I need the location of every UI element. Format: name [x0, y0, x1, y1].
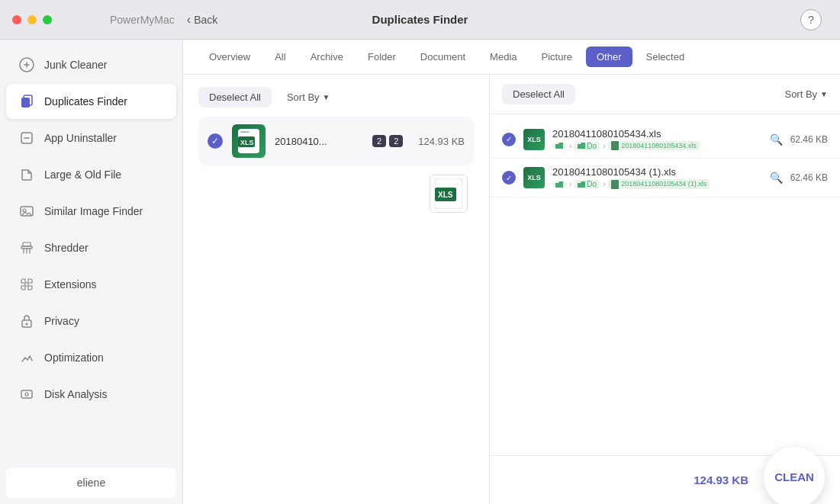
svg-rect-19 [611, 141, 619, 150]
right-sort-by-label: Sort By [784, 88, 817, 100]
tab-archive[interactable]: Archive [300, 47, 354, 67]
sidebar-item-shredder[interactable]: Shredder [6, 230, 176, 265]
path-subfolder-icon-2: Do [574, 180, 600, 188]
shredder-icon [18, 239, 35, 256]
badge-1: 2 [372, 135, 386, 147]
sidebar-item-disk-analysis[interactable]: Disk Analysis [6, 377, 176, 412]
svg-rect-10 [21, 390, 32, 398]
sidebar: Junk Cleaner Duplicates Finder [0, 40, 183, 504]
clean-label: CLEAN [774, 470, 814, 483]
app-name: PowerMyMac [110, 14, 175, 26]
tab-picture[interactable]: Picture [531, 47, 583, 67]
right-panel-header: Deselect All Sort By ▼ [490, 75, 840, 114]
sidebar-item-label: App Uninstaller [44, 132, 117, 144]
optimization-icon [18, 349, 35, 366]
file-item[interactable]: ✓ XLS 20180410... 2 2 124.9 [198, 117, 474, 165]
tab-overview[interactable]: Overview [198, 47, 261, 67]
panels-wrapper: Deselect All Sort By ▼ ✓ XLS [183, 75, 840, 504]
sidebar-item-label: Optimization [44, 352, 104, 364]
sidebar-item-optimization[interactable]: Optimization [6, 340, 176, 375]
svg-rect-15 [240, 131, 249, 133]
file-row[interactable]: ✓ XLS 20180411080105434.xls › [490, 120, 840, 159]
sidebar-item-label: Duplicates Finder [44, 95, 127, 108]
badge-group: 2 2 [372, 135, 403, 147]
file-row-size-2: 62.46 KB [790, 172, 828, 183]
clean-button[interactable]: CLEAN [764, 447, 825, 505]
back-button[interactable]: ‹ Back [187, 13, 217, 27]
tab-document[interactable]: Document [410, 47, 476, 67]
sort-by-button[interactable]: Sort By ▼ [287, 91, 330, 103]
svg-rect-1 [21, 98, 30, 108]
sidebar-item-label: Large & Old File [44, 169, 121, 181]
path-file-ref-1: 20180411080105434.xls [608, 141, 699, 150]
tab-bar: Overview All Archive Folder Document Med… [183, 40, 840, 75]
title-bar: PowerMyMac ‹ Back Duplicates Finder ? [0, 0, 840, 40]
content-area: Overview All Archive Folder Document Med… [183, 40, 840, 504]
svg-rect-20 [611, 180, 619, 189]
sidebar-item-duplicates-finder[interactable]: Duplicates Finder [6, 84, 176, 119]
path-folder-icon-2 [552, 181, 566, 188]
tab-folder[interactable]: Folder [357, 47, 407, 67]
tab-media[interactable]: Media [479, 47, 527, 67]
maximize-button[interactable] [43, 15, 52, 24]
minimize-button[interactable] [27, 15, 37, 24]
tab-selected[interactable]: Selected [636, 47, 696, 67]
page-title: Duplicates Finder [372, 13, 468, 26]
sidebar-item-junk-cleaner[interactable]: Junk Cleaner [6, 47, 176, 82]
left-panel-header: Deselect All Sort By ▼ [198, 87, 474, 108]
file-row[interactable]: ✓ XLS 20180411080105434 (1).xls › [490, 159, 840, 197]
svg-text:XLS: XLS [240, 139, 254, 146]
back-label: Back [194, 14, 217, 26]
close-button[interactable] [12, 15, 21, 24]
file-row-path-2: › Do › 20180411080105434 (1).xls [552, 179, 762, 188]
file-name: 20180410... [275, 136, 363, 147]
file-checkbox[interactable]: ✓ [208, 133, 223, 149]
privacy-icon [18, 313, 35, 329]
sidebar-user: eliene [6, 467, 176, 498]
sort-by-label: Sort By [287, 91, 320, 103]
tab-all[interactable]: All [264, 47, 296, 67]
right-sort-chevron-icon: ▼ [820, 90, 828, 98]
sidebar-item-large-old-file[interactable]: Large & Old File [6, 157, 176, 192]
similar-image-finder-icon [18, 203, 35, 220]
app-uninstaller-icon [18, 130, 35, 146]
path-file-ref-2: 20180411080105434 (1).xls [608, 179, 710, 188]
file-row-info-2: 20180411080105434 (1).xls › Do [552, 166, 762, 188]
file-row-info-1: 20180411080105434.xls › Do › [552, 128, 762, 150]
file-row-xls-icon-2: XLS [523, 167, 545, 188]
sort-chevron-icon: ▼ [323, 93, 330, 101]
deselect-all-button[interactable]: Deselect All [198, 87, 272, 108]
sidebar-item-app-uninstaller[interactable]: App Uninstaller [6, 120, 176, 156]
svg-point-5 [23, 209, 26, 212]
file-row-size-1: 62.46 KB [790, 134, 828, 145]
file-row-checkbox-1[interactable]: ✓ [502, 133, 516, 146]
sidebar-item-similar-image-finder[interactable]: Similar Image Finder [6, 194, 176, 229]
help-button[interactable]: ? [800, 9, 822, 30]
file-preview: XLS [430, 175, 468, 213]
sidebar-item-extensions[interactable]: Extensions [6, 267, 176, 302]
sidebar-item-label: Junk Cleaner [44, 59, 108, 71]
sidebar-item-privacy[interactable]: Privacy [6, 303, 176, 339]
sidebar-item-label: Shredder [44, 242, 89, 254]
file-row-checkbox-2[interactable]: ✓ [502, 171, 516, 185]
svg-text:XLS: XLS [438, 191, 453, 199]
tab-other[interactable]: Other [586, 47, 632, 67]
disk-analysis-icon [18, 386, 35, 403]
junk-cleaner-icon [18, 56, 35, 73]
file-row-name-1: 20180411080105434.xls [552, 128, 762, 140]
search-icon-1[interactable]: 🔍 [770, 133, 783, 146]
search-icon-2[interactable]: 🔍 [770, 172, 783, 184]
file-row-name-2: 20180411080105434 (1).xls [552, 166, 762, 178]
svg-point-11 [25, 393, 28, 396]
bottom-bar: 124.93 KB CLEAN [490, 455, 840, 504]
right-sort-by-button[interactable]: Sort By ▼ [784, 88, 828, 100]
left-panel: Deselect All Sort By ▼ ✓ XLS [183, 75, 489, 504]
file-row-path-1: › Do › 20180411080105434.xls [552, 141, 762, 150]
sidebar-item-label: Extensions [44, 278, 96, 291]
extensions-icon [18, 276, 35, 293]
total-size: 124.93 KB [694, 474, 748, 486]
file-row-xls-icon-1: XLS [523, 129, 545, 150]
right-deselect-all-button[interactable]: Deselect All [502, 84, 575, 104]
svg-point-9 [26, 323, 28, 326]
right-panel: Deselect All Sort By ▼ ✓ XLS 20180411080… [489, 75, 840, 504]
